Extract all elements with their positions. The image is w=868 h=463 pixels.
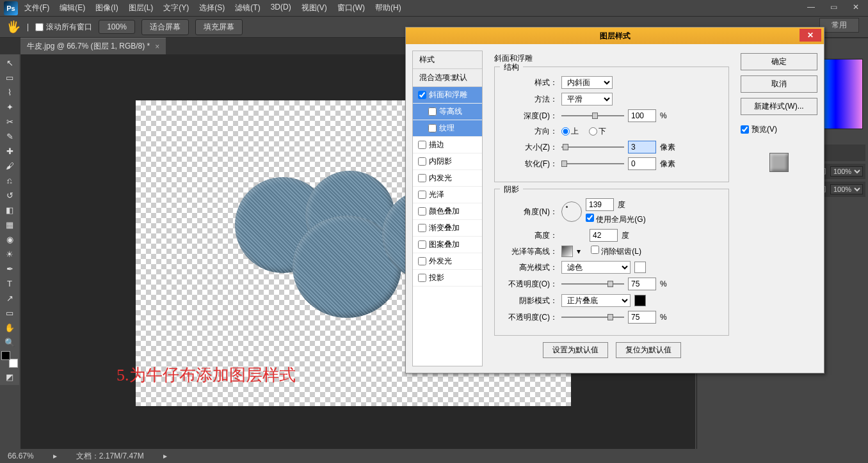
zoom-level[interactable]: 100% — [99, 20, 135, 34]
menu-item[interactable]: 滤镜(T) — [230, 1, 265, 15]
global-light-checkbox[interactable]: 使用全局光(G) — [586, 214, 646, 225]
fg-bg-swatch[interactable] — [0, 350, 19, 369]
minimize-button[interactable]: — — [802, 1, 820, 13]
preview-checkbox[interactable]: 预览(V) — [741, 124, 817, 135]
shadow-color-swatch[interactable] — [634, 295, 646, 306]
menu-item[interactable]: 3D(D) — [266, 1, 296, 15]
angle-dial[interactable] — [561, 201, 582, 222]
depth-slider[interactable] — [561, 111, 624, 120]
shadow-mode-select[interactable]: 正片叠底 — [561, 294, 631, 307]
scroll-all-checkbox[interactable]: 滚动所有窗口 — [35, 22, 92, 33]
set-default-button[interactable]: 设置为默认值 — [543, 342, 608, 358]
eraser-tool[interactable]: ◧ — [0, 203, 19, 217]
menu-item[interactable]: 图层(L) — [124, 1, 159, 15]
style-item-stroke[interactable]: 描边 — [413, 137, 482, 153]
style-list: 样式 混合选项:默认 斜面和浮雕等高线纹理描边内阴影内发光光泽颜色叠加渐变叠加图… — [412, 51, 483, 366]
blend-options[interactable]: 混合选项:默认 — [413, 69, 482, 87]
lasso-tool[interactable]: ⌇ — [0, 85, 19, 99]
marquee-tool[interactable]: ▭ — [0, 70, 19, 84]
stamp-tool[interactable]: ⎌ — [0, 173, 19, 187]
toolbox: ↖ ▭ ⌇ ✦ ✂ ✎ ✚ 🖌 ⎌ ↺ ◧ ▦ ◉ ☀ ✒ T ↗ ▭ ✋ 🔍 … — [0, 54, 19, 385]
shading-fieldset: 阴影 角度(N)： 度 使用全局光(G) 高度： 度 光泽等高线： ▾ — [494, 189, 729, 336]
path-select-tool[interactable]: ↗ — [0, 291, 19, 305]
style-item-satin[interactable]: 光泽 — [413, 187, 482, 203]
highlight-color-swatch[interactable] — [634, 262, 646, 273]
altitude-input[interactable] — [590, 229, 618, 242]
angle-input[interactable] — [586, 198, 614, 211]
depth-input[interactable] — [628, 109, 656, 122]
menu-item[interactable]: 文件(F) — [19, 1, 54, 15]
soften-input[interactable] — [628, 157, 656, 170]
brush-tool[interactable]: 🖌 — [0, 159, 19, 173]
ok-button[interactable]: 确定 — [741, 53, 817, 70]
dialog-titlebar[interactable]: 图层样式 ✕ — [406, 27, 824, 44]
style-item-innerglow[interactable]: 内发光 — [413, 170, 482, 187]
shape-tool[interactable]: ▭ — [0, 306, 19, 320]
soften-slider[interactable] — [561, 159, 624, 168]
quickmask-toggle[interactable]: ◩ — [0, 370, 19, 384]
menu-item[interactable]: 帮助(H) — [370, 1, 406, 15]
dialog-settings: 斜面和浮雕 结构 样式： 内斜面 方法： 平滑 深度(D)： % 方向： 上 下… — [488, 51, 735, 366]
style-item-patternoverlay[interactable]: 图案叠加 — [413, 237, 482, 253]
style-item-coloroverlay[interactable]: 颜色叠加 — [413, 203, 482, 220]
gradient-tool[interactable]: ▦ — [0, 217, 19, 231]
doc-tab-label: 牛皮.jpg @ 66.7% (图层 1, RGB/8) * — [27, 41, 150, 52]
style-item-contour[interactable]: 等高线 — [413, 104, 482, 120]
styles-header[interactable]: 样式 — [413, 51, 482, 69]
wand-tool[interactable]: ✦ — [0, 100, 19, 114]
close-tab-icon[interactable]: × — [155, 42, 159, 51]
app-logo: Ps — [4, 1, 18, 15]
highlight-opacity-input[interactable] — [628, 278, 656, 290]
healing-tool[interactable]: ✚ — [0, 144, 19, 158]
shadow-opacity-slider[interactable] — [561, 313, 624, 322]
crop-tool[interactable]: ✂ — [0, 114, 19, 129]
style-item-dropshadow[interactable]: 投影 — [413, 270, 482, 286]
size-input[interactable] — [628, 141, 656, 153]
menu-item[interactable]: 窗口(W) — [332, 1, 370, 15]
direction-up-radio[interactable]: 上 — [561, 126, 579, 137]
eyedropper-tool[interactable]: ✎ — [0, 129, 19, 143]
highlight-opacity-slider[interactable] — [561, 279, 624, 288]
maximize-button[interactable]: ▭ — [825, 1, 842, 13]
new-style-button[interactable]: 新建样式(W)... — [741, 98, 817, 115]
dialog-buttons: 确定 取消 新建样式(W)... 预览(V) — [741, 51, 817, 366]
bevel-style-select[interactable]: 内斜面 — [561, 76, 613, 89]
menu-item[interactable]: 图像(I) — [90, 1, 123, 15]
dodge-tool[interactable]: ☀ — [0, 247, 19, 261]
antialias-checkbox[interactable]: 消除锯齿(L) — [591, 246, 641, 257]
style-item-texture[interactable]: 纹理 — [413, 120, 482, 137]
blur-tool[interactable]: ◉ — [0, 232, 19, 246]
direction-down-radio[interactable]: 下 — [589, 126, 606, 137]
style-item-innershadow[interactable]: 内阴影 — [413, 153, 482, 170]
menu-item[interactable]: 视图(V) — [296, 1, 332, 15]
zoom-status[interactable]: 66.67% — [8, 451, 34, 460]
menu-item[interactable]: 文字(Y) — [158, 1, 194, 15]
zoom-tool[interactable]: 🔍 — [0, 335, 19, 349]
dialog-close-button[interactable]: ✕ — [800, 29, 821, 42]
menu-item[interactable]: 编辑(E) — [54, 1, 90, 15]
close-button[interactable]: ✕ — [848, 1, 864, 13]
menubar: Ps 文件(F)编辑(E)图像(I)图层(L)文字(Y)选择(S)滤镜(T)3D… — [0, 0, 868, 16]
highlight-mode-select[interactable]: 滤色 — [561, 261, 631, 274]
shadow-opacity-input[interactable] — [628, 311, 656, 324]
layer-style-dialog: 图层样式 ✕ 样式 混合选项:默认 斜面和浮雕等高线纹理描边内阴影内发光光泽颜色… — [405, 27, 824, 373]
reset-default-button[interactable]: 复位为默认值 — [616, 342, 681, 358]
style-item-bevel[interactable]: 斜面和浮雕 — [413, 87, 482, 104]
gloss-contour-swatch[interactable] — [561, 246, 573, 257]
cancel-button[interactable]: 取消 — [741, 75, 817, 93]
pen-tool[interactable]: ✒ — [0, 262, 19, 276]
size-slider[interactable] — [561, 143, 624, 152]
menu-item[interactable]: 选择(S) — [194, 1, 230, 15]
fit-screen-button[interactable]: 适合屏幕 — [141, 19, 189, 35]
history-brush-tool[interactable]: ↺ — [0, 188, 19, 202]
move-tool[interactable]: ↖ — [0, 56, 19, 70]
type-tool[interactable]: T — [0, 276, 19, 290]
fill-screen-button[interactable]: 填充屏幕 — [195, 19, 243, 35]
document-tab[interactable]: 牛皮.jpg @ 66.7% (图层 1, RGB/8) * × — [20, 38, 166, 54]
style-item-outerglow[interactable]: 外发光 — [413, 253, 482, 270]
technique-select[interactable]: 平滑 — [561, 93, 613, 106]
section-title: 斜面和浮雕 — [494, 53, 729, 64]
hand-tool[interactable]: ✋ — [0, 320, 19, 334]
workspace-selector[interactable]: 常用 — [819, 18, 859, 33]
style-item-gradientoverlay[interactable]: 渐变叠加 — [413, 220, 482, 237]
